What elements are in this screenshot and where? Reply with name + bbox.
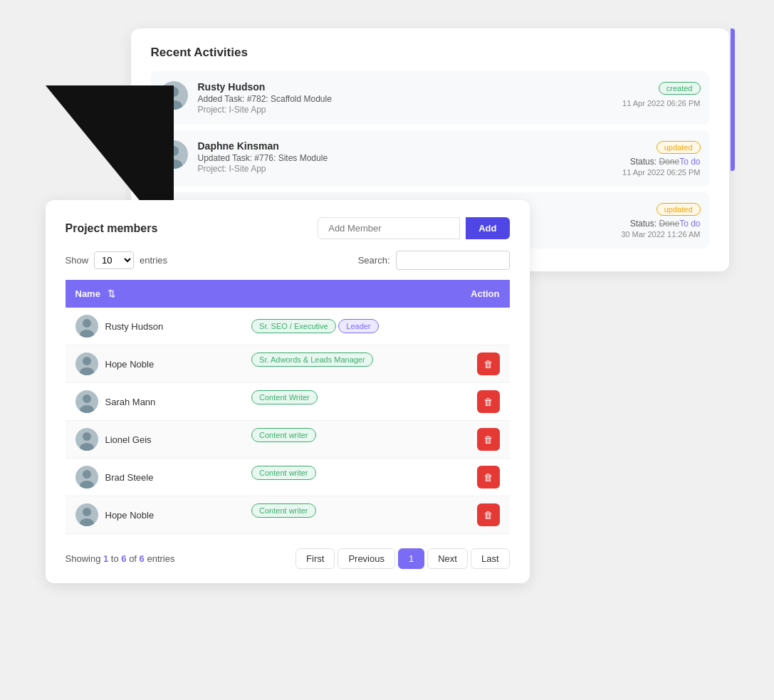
member-name-cell-2: Sarah Mann — [75, 390, 232, 413]
members-title: Project members — [66, 222, 158, 235]
member-cell-3: Lionel Geis — [66, 421, 242, 459]
member-name-cell-0: Rusty Hudson — [75, 315, 232, 338]
show-entries-group: Show 10 25 50 100 entries — [66, 251, 168, 269]
delete-button-1[interactable]: 🗑 — [477, 352, 500, 375]
activity-content-1: Rusty Hudson Added Task: #782: Scaffold … — [198, 81, 609, 115]
member-cell-0: Rusty Hudson — [66, 308, 242, 345]
status-line-2: Status: DoneTo do — [622, 157, 700, 167]
table-row: Rusty Hudson Sr. SEO / Executive Leader — [66, 308, 510, 345]
sort-icon: ⇅ — [108, 288, 115, 299]
recent-activities-title: Recent Activities — [151, 46, 709, 60]
table-row: Hope Noble Sr. Adwords & Leads Manager 🗑 — [66, 345, 510, 383]
member-roles-cell-0: Sr. SEO / Executive Leader — [241, 308, 509, 345]
member-cell-5: Hope Noble — [66, 496, 242, 534]
updated-badge-3: updated — [657, 203, 701, 216]
role-badge-0: Sr. SEO / Executive — [251, 319, 336, 333]
activity-project-1: Project: I-Site App — [198, 105, 609, 115]
entries-label: entries — [140, 255, 167, 266]
search-input[interactable] — [396, 251, 510, 270]
activity-meta-3: updated Status: DoneTo do 30 Mar 2022 11… — [621, 202, 700, 239]
status-line-3: Status: DoneTo do — [621, 219, 700, 229]
pagination-buttons: First Previous 1 Next Last — [296, 548, 509, 569]
activity-meta-1: created 11 Apr 2022 06:26 PM — [622, 81, 700, 108]
page-wrapper: Recent Activities Rusty Hudson Added Tas… — [46, 28, 729, 583]
member-roles-cell-2: Content Writer 🗑 — [241, 383, 509, 421]
status-done-2: Done — [659, 157, 679, 167]
svg-point-13 — [83, 357, 91, 365]
status-todo-3: To do — [679, 219, 700, 229]
first-button[interactable]: First — [296, 548, 335, 569]
member-name-4: Brad Steele — [105, 472, 154, 483]
members-table: Name ⇅ Action Rust — [66, 280, 510, 534]
leader-badge-0: Leader — [338, 319, 378, 333]
table-row: Hope Noble Content writer 🗑 — [66, 496, 510, 534]
activity-desc-2: Updated Task: #776: Sites Module — [198, 153, 609, 163]
member-roles-cell-3: Content writer 🗑 — [241, 421, 509, 459]
table-row: Brad Steele Content writer 🗑 — [66, 459, 510, 496]
delete-button-5[interactable]: 🗑 — [477, 503, 500, 526]
search-group: Search: — [358, 251, 510, 270]
previous-button[interactable]: Previous — [338, 548, 395, 569]
member-avatar-3 — [75, 428, 98, 451]
add-member-button[interactable]: Add — [466, 217, 509, 239]
member-name-cell-4: Brad Steele — [75, 466, 232, 489]
role-badge-1: Sr. Adwords & Leads Manager — [251, 352, 373, 367]
next-button[interactable]: Next — [427, 548, 468, 569]
showing-text: Showing 1 to 6 of 6 entries — [66, 553, 175, 564]
member-name-0: Rusty Hudson — [105, 321, 164, 332]
member-avatar-0 — [75, 315, 98, 338]
activity-time-3: 30 Mar 2022 11:26 AM — [621, 230, 700, 239]
page-1-button[interactable]: 1 — [398, 548, 424, 569]
delete-button-4[interactable]: 🗑 — [477, 466, 500, 489]
member-name-3: Lionel Geis — [105, 434, 152, 445]
activity-name-1: Rusty Hudson — [198, 81, 609, 93]
role-badge-2: Content Writer — [251, 390, 318, 404]
members-header: Project members Add — [66, 217, 510, 239]
activity-project-2: Project: I-Site App — [198, 164, 609, 174]
member-avatar-5 — [75, 503, 98, 526]
svg-point-16 — [83, 395, 91, 403]
last-button[interactable]: Last — [471, 548, 510, 569]
updated-badge-2: updated — [657, 141, 701, 154]
member-roles-cell-5: Content writer 🗑 — [241, 496, 509, 534]
activity-name-2: Daphne Kinsman — [198, 140, 609, 152]
delete-button-2[interactable]: 🗑 — [477, 390, 500, 413]
member-name-5: Hope Noble — [105, 510, 155, 521]
role-badge-5: Content writer — [251, 503, 315, 518]
member-name-cell-3: Lionel Geis — [75, 428, 232, 451]
table-row: Sarah Mann Content Writer 🗑 — [66, 383, 510, 421]
svg-point-19 — [83, 432, 91, 441]
showing-from: 1 — [103, 553, 108, 564]
member-roles-cell-1: Sr. Adwords & Leads Manager 🗑 — [241, 345, 509, 383]
delete-button-3[interactable]: 🗑 — [477, 428, 500, 451]
svg-point-10 — [83, 319, 91, 328]
project-members-card: Project members Add Show 10 25 50 100 en… — [46, 200, 530, 583]
member-avatar-1 — [75, 352, 98, 375]
member-name-2: Sarah Mann — [105, 397, 156, 407]
activity-desc-1: Added Task: #782: Scaffold Module — [198, 94, 609, 104]
pagination-row: Showing 1 to 6 of 6 entries First Previo… — [66, 548, 510, 569]
entries-select[interactable]: 10 25 50 100 — [94, 251, 134, 269]
add-member-input[interactable] — [318, 217, 460, 239]
activity-meta-2: updated Status: DoneTo do 11 Apr 2022 06… — [622, 140, 700, 177]
svg-point-22 — [83, 470, 91, 479]
member-name-cell-5: Hope Noble — [75, 503, 232, 526]
activity-content-2: Daphne Kinsman Updated Task: #776: Sites… — [198, 140, 609, 174]
status-done-3: Done — [659, 219, 679, 229]
member-cell-4: Brad Steele — [66, 459, 242, 496]
search-label: Search: — [358, 255, 390, 266]
member-cell-2: Sarah Mann — [66, 383, 242, 421]
activity-time-2: 11 Apr 2022 06:25 PM — [622, 168, 700, 177]
member-name-1: Hope Noble — [105, 359, 155, 370]
created-badge-1: created — [659, 82, 701, 95]
role-badge-4: Content writer — [251, 466, 315, 480]
member-name-cell-1: Hope Noble — [75, 352, 232, 375]
table-row: Lionel Geis Content writer 🗑 — [66, 421, 510, 459]
name-column-header[interactable]: Name ⇅ — [66, 280, 242, 308]
svg-point-25 — [83, 508, 91, 516]
member-avatar-4 — [75, 466, 98, 489]
table-header-row: Name ⇅ Action — [66, 280, 510, 308]
status-todo-2: To do — [679, 157, 700, 167]
activity-item-1: Rusty Hudson Added Task: #782: Scaffold … — [151, 71, 709, 125]
table-controls: Show 10 25 50 100 entries Search: — [66, 251, 510, 270]
